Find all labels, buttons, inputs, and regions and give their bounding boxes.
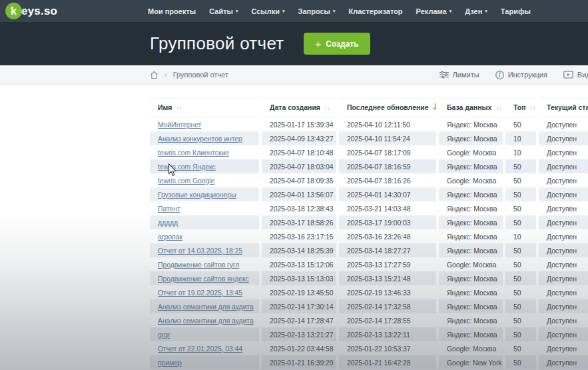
sort-arrows-icon[interactable]: ↑↓ — [495, 105, 501, 111]
report-link[interactable]: Продвижение сайтов гугл — [158, 261, 239, 269]
table-row: агропак2025-03-16 23:17:152025-03-16 23:… — [150, 229, 588, 243]
column-header-4[interactable]: База данных↑↓ — [439, 98, 503, 117]
nav-item-8[interactable]: Тарифы — [501, 7, 531, 15]
nav-item-3[interactable]: Ссылки▾ — [251, 7, 284, 15]
logo-initial: k — [11, 5, 17, 17]
chevron-down-icon: ▾ — [236, 9, 238, 14]
reports-table: Имя↑↓Дата создания↑↓Последнее обновление… — [147, 98, 588, 369]
report-link[interactable]: Анализ семантики для аудита — [158, 303, 254, 311]
status-cell: Доступен — [539, 299, 588, 313]
status-cell: Доступен — [539, 243, 588, 257]
report-name-cell: ддддд — [150, 215, 259, 229]
column-header-label: Имя — [158, 103, 172, 111]
report-name-cell: Анализ конкурентов интер — [150, 131, 259, 145]
nav-item-label: Тарифы — [501, 7, 531, 15]
nav-item-label: Ссылки — [251, 7, 280, 15]
status-cell: Доступен — [539, 159, 588, 173]
video-button[interactable]: Видео — [563, 71, 588, 79]
table-row: tewris.com Яндекс2025-04-07 18:03:042025… — [150, 159, 588, 173]
nav-item-label: Кластеризатор — [349, 7, 403, 15]
column-header-label: База данных — [447, 103, 491, 111]
table-row: Анализ семантики для аудита2025-02-14 17… — [150, 299, 588, 313]
report-link[interactable]: tewris.com Яндекс — [158, 163, 216, 171]
top-cell: 50 — [505, 355, 536, 369]
report-link[interactable]: Отчет от 19.02.2025, 13:45 — [158, 289, 242, 297]
sort-desc-icon[interactable] — [433, 103, 436, 112]
report-link[interactable]: Отчет от 22.01.2025, 03:44 — [158, 345, 242, 353]
column-header-5[interactable]: Топ↑↓ — [505, 98, 536, 117]
column-header-label: Текущий статус — [547, 103, 588, 111]
report-link[interactable]: tewris.com Клиентские — [158, 149, 229, 157]
report-link[interactable]: ддддд — [158, 219, 178, 227]
home-icon[interactable] — [150, 71, 158, 79]
database-cell: Яндекс: Москва — [439, 271, 503, 285]
report-link[interactable]: агропак — [158, 233, 182, 241]
updated-date-cell: 2025-02-14 17:32:58 — [339, 299, 436, 313]
status-cell: Доступен — [539, 285, 588, 299]
nav-item-4[interactable]: Запросы▾ — [298, 7, 336, 15]
database-cell: Google: New York — [439, 355, 503, 369]
table-row: Анализ семантики для аудита2025-02-14 17… — [150, 313, 588, 327]
nav-item-1[interactable]: Мои проекты — [148, 7, 196, 15]
sort-arrows-icon[interactable]: ↑↓ — [324, 105, 330, 111]
updated-date-cell: 2025-03-13 15:21:48 — [339, 271, 436, 285]
video-icon — [563, 71, 573, 79]
top-cell: 10 — [505, 145, 536, 159]
report-link[interactable]: Анализ конкурентов интер — [158, 135, 242, 143]
database-cell: Яндекс: Москва — [439, 187, 503, 201]
limits-button[interactable]: Лимиты — [440, 71, 479, 79]
report-link[interactable]: Грузовые кондиционеры — [158, 191, 236, 199]
report-link[interactable]: grgr — [158, 331, 170, 339]
report-name-cell: tewris.com Яндекс — [150, 159, 259, 173]
table-row: tewris.com Google2025-04-07 18:09:352025… — [150, 173, 588, 187]
report-link[interactable]: Отчет от 14.03.2025, 18:25 — [158, 247, 242, 255]
updated-date-cell: 2025-02-13 13:22:11 — [339, 327, 436, 341]
table-row: пример2025-01-21 16:39:292025-01-21 16:4… — [150, 355, 588, 369]
hero-band: Групповой отчет + Создать — [0, 22, 588, 65]
column-header-3[interactable]: Последнее обновление — [339, 98, 436, 117]
nav-item-2[interactable]: Сайты▾ — [209, 7, 238, 15]
main-nav: Мои проектыСайты▾Ссылки▾Запросы▾Кластери… — [148, 7, 531, 15]
created-date-cell: 2025-01-22 03:44:58 — [262, 341, 336, 355]
nav-item-5[interactable]: Кластеризатор — [349, 7, 403, 15]
report-link[interactable]: пример — [158, 359, 182, 367]
report-name-cell: Отчет от 14.03.2025, 18:25 — [150, 243, 259, 257]
table-row: grgr2025-02-13 13:21:272025-02-13 13:22:… — [150, 327, 588, 341]
database-cell: Google: Москва — [439, 257, 503, 271]
column-header-6[interactable]: Текущий статус — [539, 98, 588, 117]
page-title: Групповой отчет — [150, 33, 284, 54]
report-link[interactable]: tewris.com Google — [158, 177, 214, 185]
sort-arrows-icon[interactable]: ↑↓ — [176, 105, 182, 111]
create-button-label: Создать — [326, 39, 358, 49]
chevron-down-icon: ▾ — [485, 9, 487, 14]
nav-item-label: Сайты — [209, 7, 233, 15]
updated-date-cell: 2025-03-16 23:26:48 — [339, 229, 436, 243]
created-date-cell: 2025-04-01 13:56:07 — [262, 187, 336, 201]
updated-date-cell: 2025-03-21 14:03:48 — [339, 201, 436, 215]
report-link[interactable]: МойИнтернет — [158, 121, 201, 129]
column-header-1[interactable]: Имя↑↓ — [150, 98, 259, 117]
database-cell: Яндекс: Москва — [439, 229, 503, 243]
report-link[interactable]: Продвижение сайтов яндекс — [158, 275, 249, 283]
updated-date-cell: 2025-02-19 13:46:33 — [339, 285, 436, 299]
sliders-icon — [440, 71, 449, 79]
nav-item-label: Реклама — [416, 7, 447, 15]
column-header-2[interactable]: Дата создания↑↓ — [262, 98, 336, 117]
instruction-button[interactable]: Инструкция — [495, 71, 547, 79]
created-date-cell: 2025-04-07 18:10:48 — [262, 145, 336, 159]
keys-logo[interactable]: k eys.so — [5, 3, 57, 19]
updated-date-cell: 2025-04-01 14:30:07 — [339, 187, 436, 201]
database-cell: Яндекс: Москва — [439, 159, 503, 173]
top-cell: 50 — [505, 271, 536, 285]
create-report-button[interactable]: + Создать — [304, 33, 370, 55]
nav-item-6[interactable]: Реклама▾ — [416, 7, 452, 15]
report-link[interactable]: Анализ семантики для аудита — [158, 317, 254, 325]
report-name-cell: Отчет от 22.01.2025, 03:44 — [150, 341, 259, 355]
sort-arrows-icon[interactable]: ↑↓ — [530, 105, 536, 111]
updated-date-cell: 2025-01-21 16:42:28 — [339, 355, 436, 369]
report-link[interactable]: Патент — [158, 205, 180, 213]
report-name-cell: tewris.com Google — [150, 173, 259, 187]
report-name-cell: МойИнтернет — [150, 117, 259, 131]
nav-item-7[interactable]: Дзен▾ — [465, 7, 487, 15]
report-name-cell: grgr — [150, 327, 259, 341]
